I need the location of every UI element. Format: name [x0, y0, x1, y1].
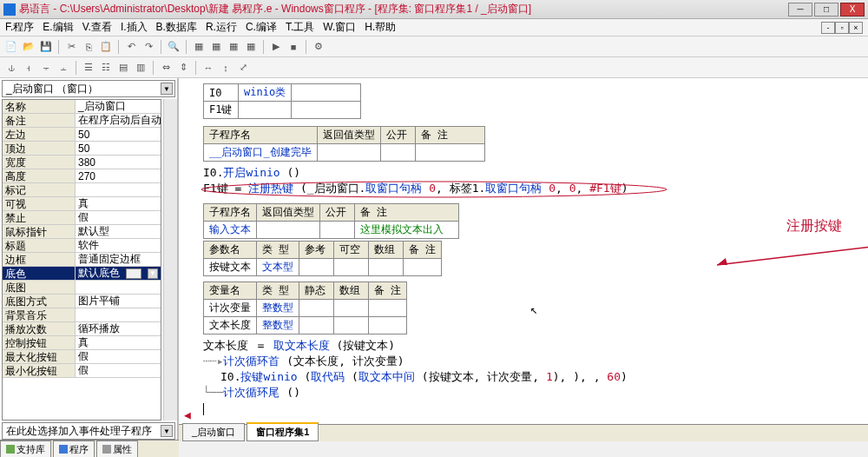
param-table: 参数名类 型参考可空数组备 注 按键文本文本型 — [203, 241, 442, 276]
annotation-label: 注册按键 — [786, 217, 842, 235]
scrollbar[interactable] — [163, 99, 177, 421]
prop-row[interactable]: 播放次数循环播放 — [3, 322, 161, 336]
tab-prog[interactable]: 程序 — [53, 440, 95, 458]
svg-point-0 — [201, 182, 667, 197]
align7-icon[interactable]: ▤ — [115, 60, 131, 76]
undo-icon[interactable]: ↶ — [123, 39, 139, 55]
prop-row[interactable]: 可视真 — [3, 197, 161, 211]
chevron-down-icon[interactable]: ▼ — [161, 83, 173, 95]
left-tabs: 支持库 程序 属性 — [0, 440, 179, 457]
align8-icon[interactable]: ▥ — [133, 60, 148, 76]
prop-row[interactable]: 底色默认底色▼ — [3, 267, 161, 281]
menubar: F.程序 E.编辑 V.查看 I.插入 B.数据库 R.运行 C.编译 T.工具… — [0, 19, 868, 36]
align1-icon[interactable]: ⫝ — [3, 60, 19, 76]
prop-row[interactable]: 禁止假 — [3, 211, 161, 225]
sub-header-table-2: 子程序名返回值类型公开备 注 输入文本这里模拟文本出入 — [203, 203, 459, 239]
prop-row[interactable]: 顶边50 — [3, 142, 161, 156]
code-line: ┄┄▸计次循环首 (文本长度, 计次变量) — [203, 354, 861, 369]
open-icon[interactable]: 📂 — [21, 39, 36, 55]
sub-header-table: 子程序名返回值类型公开备 注 __启动窗口_创建完毕 — [203, 126, 485, 162]
code-line-assign: F1键 = 注册热键 (_启动窗口.取窗口句柄 0, 标签1.取窗口句柄 0, … — [203, 181, 861, 196]
menu-db[interactable]: B.数据库 — [156, 20, 197, 35]
size2-icon[interactable]: ↕ — [218, 60, 233, 76]
cut-icon[interactable]: ✂ — [63, 39, 79, 55]
grid3-icon[interactable]: ▦ — [226, 39, 241, 55]
prop-row[interactable]: 边框普通固定边框 — [3, 253, 161, 267]
menu-window[interactable]: W.窗口 — [323, 20, 356, 35]
tab-prop[interactable]: 属性 — [96, 440, 138, 458]
prop-row[interactable]: 最小化按钮假 — [3, 364, 161, 378]
svg-marker-2 — [717, 258, 727, 265]
code-editor[interactable]: I0winio类 F1键 子程序名返回值类型公开备 注 __启动窗口_创建完毕 … — [179, 78, 868, 424]
prop-row[interactable]: 底图 — [3, 281, 161, 295]
maximize-button[interactable]: □ — [814, 3, 838, 17]
menu-compile[interactable]: C.编译 — [246, 20, 277, 35]
run-icon[interactable]: ▶ — [268, 39, 284, 55]
grid2-icon[interactable]: ▦ — [208, 39, 224, 55]
menu-run[interactable]: R.运行 — [206, 20, 237, 35]
prop-row[interactable]: 最大化按钮假 — [3, 350, 161, 364]
prop-row[interactable]: 左边50 — [3, 128, 161, 142]
close-button[interactable]: X — [840, 3, 865, 17]
minimize-button[interactable]: ─ — [788, 3, 812, 17]
align6-icon[interactable]: ☷ — [98, 60, 114, 76]
dist1-icon[interactable]: ⇔ — [158, 60, 174, 76]
tab-startwindow[interactable]: _启动窗口 — [182, 423, 245, 441]
build-icon[interactable]: ⚙ — [311, 39, 326, 55]
titlebar: 易语言 - C:\Users\Administrator\Desktop\新建 … — [0, 0, 868, 19]
save-icon[interactable]: 💾 — [38, 39, 54, 55]
var-table: 变量名类 型静态数组备 注 计次变量整数型 文本长度整数型 — [203, 281, 407, 334]
menu-insert[interactable]: I.插入 — [121, 20, 148, 35]
menu-help[interactable]: H.帮助 — [365, 20, 396, 35]
menu-tool[interactable]: T.工具 — [286, 20, 314, 35]
marker-icon: ◀ — [184, 408, 191, 421]
prop-row[interactable]: 备注在程序启动后自动 — [3, 114, 161, 128]
menu-edit[interactable]: E.编辑 — [43, 20, 73, 35]
menu-view[interactable]: V.查看 — [82, 20, 112, 35]
prop-row[interactable]: 标记 — [3, 183, 161, 197]
mdi-restore[interactable]: ▫ — [835, 22, 849, 34]
align5-icon[interactable]: ☰ — [81, 60, 96, 76]
prop-row[interactable]: 高度270 — [3, 169, 161, 183]
event-selector[interactable]: 在此处选择加入事件处理子程序 ▼ — [2, 422, 175, 440]
new-icon[interactable]: 📄 — [3, 39, 19, 55]
arrow-icon — [708, 239, 868, 274]
property-grid[interactable]: 名称_启动窗口备注在程序启动后自动左边50顶边50宽度380高度270标记可视真… — [2, 99, 161, 421]
menu-file[interactable]: F.程序 — [5, 20, 34, 35]
align4-icon[interactable]: ⫠ — [56, 60, 71, 76]
toolbar-2: ⫝ ⫞ ⫟ ⫠ ☰ ☷ ▤ ▥ ⇔ ⇕ ↔ ↕ ⤢ — [0, 57, 868, 78]
prop-row[interactable]: 宽度380 — [3, 156, 161, 169]
align3-icon[interactable]: ⫟ — [38, 60, 54, 76]
prop-row[interactable]: 名称_启动窗口 — [3, 100, 161, 114]
align2-icon[interactable]: ⫞ — [21, 60, 36, 76]
stop-icon[interactable]: ■ — [286, 39, 301, 55]
prop-row[interactable]: 鼠标指针默认型 — [3, 225, 161, 239]
code-line: 文本长度 ＝ 取文本长度 (按键文本) — [203, 338, 861, 354]
mdi-minimize[interactable]: - — [821, 22, 835, 34]
paste-icon[interactable]: 📋 — [98, 39, 114, 55]
prop-row[interactable]: 控制按钮真 — [3, 336, 161, 350]
size3-icon[interactable]: ⤢ — [235, 60, 251, 76]
redo-icon[interactable]: ↷ — [141, 39, 156, 55]
toolbar-1: 📄 📂 💾 ✂ ⎘ 📋 ↶ ↷ 🔍 ▦ ▦ ▦ ▦ ▶ ■ ⚙ — [0, 36, 868, 57]
dist2-icon[interactable]: ⇕ — [175, 60, 191, 76]
code-line: I0.I0.开启winio ()开启winio () — [203, 165, 861, 181]
prop-row[interactable]: 底图方式图片平铺 — [3, 295, 161, 308]
mdi-close[interactable]: × — [849, 22, 863, 34]
tab-lib[interactable]: 支持库 — [0, 440, 51, 458]
object-selector[interactable]: _启动窗口 （窗口） ▼ — [2, 80, 175, 97]
copy-icon[interactable]: ⎘ — [81, 39, 96, 55]
object-selector-value: _启动窗口 （窗口） — [6, 82, 98, 96]
prop-row[interactable]: 背景音乐 — [3, 308, 161, 322]
find-icon[interactable]: 🔍 — [166, 39, 181, 55]
properties-panel: _启动窗口 （窗口） ▼ 名称_启动窗口备注在程序启动后自动左边50顶边50宽度… — [0, 78, 179, 441]
event-selector-value: 在此处选择加入事件处理子程序 — [6, 424, 152, 439]
tab-programset[interactable]: 窗口程序集1 — [247, 422, 319, 441]
prop-row[interactable]: 标题软件 — [3, 239, 161, 253]
grid4-icon[interactable]: ▦ — [243, 39, 259, 55]
code-line: └──计次循环尾 () — [203, 385, 861, 401]
editor-tabs: _启动窗口 窗口程序集1 — [179, 424, 868, 441]
grid1-icon[interactable]: ▦ — [191, 39, 207, 55]
size1-icon[interactable]: ↔ — [201, 60, 216, 76]
chevron-down-icon[interactable]: ▼ — [161, 425, 173, 437]
